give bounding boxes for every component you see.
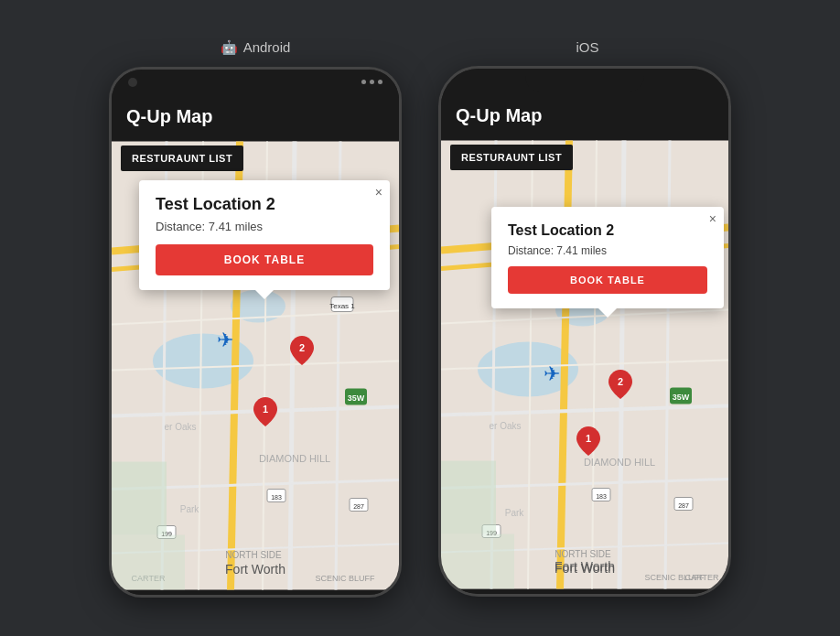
ios-app-title: Q-Up Map xyxy=(456,105,542,125)
ios-app-header: Q-Up Map xyxy=(441,94,728,135)
ios-map-svg: 35W 35W Texas 1 NORTH SIDE SCENIC BLUFF … xyxy=(441,135,728,594)
android-icon: 🤖 xyxy=(221,39,238,56)
android-popup-title: Test Location 2 xyxy=(156,195,373,215)
svg-rect-22 xyxy=(112,534,185,589)
android-book-table-button[interactable]: BOOK TABLE xyxy=(156,244,373,275)
svg-text:DIAMOND HILL: DIAMOND HILL xyxy=(259,452,330,463)
svg-text:183: 183 xyxy=(596,492,607,499)
svg-text:Park: Park xyxy=(180,503,200,513)
svg-text:1: 1 xyxy=(263,404,268,415)
ios-phone-frame: Q-Up Map xyxy=(438,66,731,597)
svg-text:SCENIC BLUFF: SCENIC BLUFF xyxy=(315,573,375,582)
android-map-container: 35W 35W Texas 1 NORTH SIDE SCENIC BLUFF … xyxy=(112,136,399,595)
ios-popup-title: Test Location 2 xyxy=(508,221,707,239)
battery-icon xyxy=(378,80,382,84)
android-plane-marker: ✈ xyxy=(217,329,233,352)
svg-text:NORTH SIDE: NORTH SIDE xyxy=(225,549,282,559)
android-info-popup: × Test Location 2 Distance: 7.41 miles B… xyxy=(139,180,390,291)
ios-popup-close[interactable]: × xyxy=(709,212,716,225)
ios-map-container: 35W 35W Texas 1 NORTH SIDE SCENIC BLUFF … xyxy=(441,135,728,594)
svg-text:NORTH SIDE: NORTH SIDE xyxy=(555,548,611,558)
ios-city-label: Fort Worth xyxy=(555,561,615,576)
ios-popup-distance: Distance: 7.41 miles xyxy=(508,244,707,257)
android-popup-distance: Distance: 7.41 miles xyxy=(156,220,373,233)
ios-section: iOS Q-Up Map xyxy=(438,39,731,597)
ios-label: iOS xyxy=(570,39,598,55)
page-container: 🤖 Android Q-Up Map xyxy=(54,21,786,616)
svg-rect-21 xyxy=(112,461,167,534)
svg-text:183: 183 xyxy=(271,493,282,500)
ios-plane-marker: ✈ xyxy=(544,362,560,386)
android-app-title: Q-Up Map xyxy=(126,106,212,126)
svg-text:35W: 35W xyxy=(348,393,365,402)
signal-icon xyxy=(361,80,366,84)
android-label-text: Android xyxy=(243,39,291,55)
svg-text:er Oaks: er Oaks xyxy=(489,420,521,430)
android-section: 🤖 Android Q-Up Map xyxy=(109,39,402,598)
android-status-bar xyxy=(112,70,399,95)
ios-marker-1: 1 xyxy=(576,426,600,459)
svg-text:1: 1 xyxy=(586,433,591,444)
svg-text:2: 2 xyxy=(299,342,305,353)
android-app-header: Q-Up Map xyxy=(112,95,399,136)
android-marker-1: 1 xyxy=(253,397,277,430)
restaurant-list-button[interactable]: RESTURAUNT LIST xyxy=(121,146,243,171)
ios-notch xyxy=(525,69,644,92)
svg-text:35W: 35W xyxy=(673,392,690,401)
android-app-content: Q-Up Map xyxy=(112,95,399,595)
ios-info-popup: × Test Location 2 Distance: 7.41 miles B… xyxy=(491,207,724,308)
svg-rect-47 xyxy=(441,534,514,588)
android-marker-2: 2 xyxy=(290,336,314,369)
android-camera xyxy=(128,78,137,87)
wifi-icon xyxy=(370,80,374,84)
android-status-icons xyxy=(361,80,382,84)
svg-text:CARTER: CARTER xyxy=(685,572,719,581)
ios-app-content: Q-Up Map xyxy=(441,94,728,594)
svg-text:er Oaks: er Oaks xyxy=(164,421,196,431)
svg-rect-46 xyxy=(441,460,496,534)
android-phone-frame: Q-Up Map xyxy=(109,67,402,598)
ios-book-table-button[interactable]: BOOK TABLE xyxy=(508,266,707,294)
ios-restaurant-list-button[interactable]: RESTURAUNT LIST xyxy=(450,145,573,170)
android-popup-close[interactable]: × xyxy=(375,186,382,199)
svg-text:287: 287 xyxy=(353,502,364,509)
ios-label-text: iOS xyxy=(576,39,598,55)
android-city-label: Fort Worth xyxy=(225,562,285,577)
ios-marker-2: 2 xyxy=(608,370,632,403)
svg-text:2: 2 xyxy=(618,376,623,387)
svg-text:Texas 1: Texas 1 xyxy=(329,301,355,309)
android-label: 🤖 Android xyxy=(221,39,291,56)
svg-text:Park: Park xyxy=(505,507,525,517)
svg-text:287: 287 xyxy=(678,501,689,508)
